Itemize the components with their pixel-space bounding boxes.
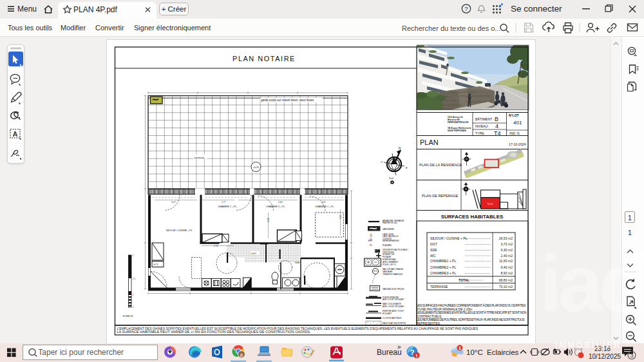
svg-text:RAIDINE W1 Bal: RAIDINE W1 Bal (383, 222, 397, 224)
svg-text:THERMODYNAMIQUE: THERMODYNAMIQUE (383, 273, 402, 276)
svg-text:RFR: RFR (368, 240, 373, 242)
svg-text:0: 0 (133, 306, 134, 309)
svg-text:T4: T4 (494, 130, 501, 137)
svg-text:2,98: 2,98 (267, 218, 270, 222)
svg-text:CHAMBRE3 + PL: CHAMBRE3 + PL (430, 271, 457, 275)
svg-text:8,90 m2: 8,90 m2 (501, 271, 513, 275)
svg-text:5: 5 (133, 254, 134, 257)
svg-text:ECS: ECS (374, 270, 377, 272)
svg-text:DGT: DGT (252, 252, 257, 255)
svg-text:CHAMBRE 3 + PL: CHAMBRE 3 + PL (266, 205, 285, 208)
svg-text:ECS: ECS (337, 269, 341, 271)
svg-text:73,10 m2: 73,10 m2 (499, 285, 513, 289)
svg-text:CLOISON AMOVIBLE: CLOISON AMOVIBLE (383, 317, 402, 319)
svg-text:TERRASSE: TERRASSE (430, 285, 448, 289)
svg-text:AVEC VOLET ROULANT: AVEC VOLET ROULANT (383, 305, 404, 308)
svg-text:66000 PERPIGNAN: 66000 PERPIGNAN (448, 129, 466, 132)
svg-text:PLAN: PLAN (420, 138, 439, 146)
svg-text:PUISAGE: PUISAGE (383, 256, 391, 258)
svg-text:TABLEAU ELECTRIQUE: TABLEAU ELECTRIQUE (383, 288, 404, 291)
svg-text:SEJOUR / CUISINE + PL: SEJOUR / CUISINE + PL (430, 236, 468, 240)
svg-text:PLAN DE REPERAGE: PLAN DE REPERAGE (422, 194, 459, 198)
svg-text:REPRESENTES.: REPRESENTES. (417, 321, 441, 325)
svg-text:4: 4 (495, 123, 498, 129)
svg-text:6,30 m2: 6,30 m2 (501, 248, 513, 252)
svg-text:3,07: 3,07 (171, 201, 176, 204)
svg-text:terrasse: terrasse (194, 156, 205, 159)
svg-text:17-10-2024: 17-10-2024 (509, 142, 526, 146)
svg-text:LA SURFACE HABITABLE PEUT VARI: LA SURFACE HABITABLE PEUT VARIER DE +/-5… (117, 330, 311, 334)
svg-text:FAUX PLAFOND/SOFFITE: FAUX PLAFOND/SOFFITE (383, 322, 406, 325)
svg-text:+0,55: +0,55 (252, 166, 260, 169)
svg-text:2,5: 2,5 (133, 278, 136, 280)
svg-text:SEJOUR / CUISINE + PL: SEJOUR / CUISINE + PL (166, 229, 193, 232)
svg-text:68,80 m2: 68,80 m2 (499, 278, 513, 282)
svg-text:SDE: SDE (430, 248, 437, 252)
svg-text:PARROMATPEGLION: PARROMATPEGLION (448, 121, 469, 124)
svg-text:SDE: SDE (295, 262, 300, 264)
svg-text:TOTAL: TOTAL (459, 278, 470, 282)
svg-text:REFRIGERATEUR: REFRIGERATEUR (383, 240, 399, 242)
svg-text:CHAMBRE2 + PL: CHAMBRE2 + PL (430, 265, 457, 269)
svg-text:CHAMBRE 1 + PL: CHAMBRE 1 + PL (315, 205, 334, 208)
svg-text:N: N (399, 147, 401, 150)
svg-text:T4.01: T4.01 (487, 203, 493, 205)
svg-text:IND: N: IND: N (509, 131, 520, 135)
svg-text:PLAN NOTAIRE: PLAN NOTAIRE (232, 55, 296, 62)
svg-text:NIVEAU:: NIVEAU: (475, 124, 489, 128)
svg-text:JARDINIERE: JARDINIERE (383, 228, 394, 231)
svg-text:3,87: 3,87 (339, 214, 342, 219)
svg-text:1: 1 (133, 294, 134, 296)
svg-text:AVEC VOLET ROULANT: AVEC VOLET ROULANT (383, 298, 404, 301)
svg-text:PL: PL (370, 244, 372, 247)
svg-text:PLAN DE LA RESIDENCE: PLAN DE LA RESIDENCE (419, 163, 462, 167)
svg-text:2,40 m2: 2,40 m2 (501, 254, 513, 258)
svg-text:garde-corps sur relevé béton,: garde-corps sur relevé béton, deux lisse… (261, 99, 314, 102)
svg-text:ROULANT: ROULANT (383, 312, 392, 315)
svg-text:2,77: 2,77 (222, 201, 226, 204)
svg-text:DGT: DGT (430, 242, 437, 246)
svg-text:2,92: 2,92 (321, 201, 326, 204)
svg-text:2,76: 2,76 (214, 245, 218, 247)
svg-text:ECHELLE: ECHELLE (123, 315, 133, 318)
svg-text:CHAMBRE1 + PL: CHAMBRE1 + PL (430, 259, 457, 263)
svg-text:CHAMBRE 2 + PL: CHAMBRE 2 + PL (218, 205, 236, 208)
svg-text:3,70 m2: 3,70 m2 (501, 242, 513, 246)
svg-text:E: E (406, 166, 408, 169)
svg-text:BÂTIMENT :: BÂTIMENT : (475, 117, 494, 121)
svg-text:B: B (495, 116, 498, 122)
svg-text:G.TL: G.TL (153, 263, 158, 266)
svg-text:TYPE:: TYPE: (475, 131, 485, 135)
svg-text:11,60 m2: 11,60 m2 (499, 259, 513, 263)
svg-text:9,40 m2: 9,40 m2 (501, 265, 513, 269)
svg-text:PLACARD: PLACARD (383, 244, 392, 247)
svg-text:WC: WC (430, 254, 436, 258)
svg-text:N°LOT: N°LOT (509, 113, 519, 117)
svg-text:2,84: 2,84 (278, 201, 283, 204)
svg-text:26,50 m2: 26,50 m2 (499, 236, 513, 240)
svg-text:O: O (381, 160, 383, 164)
svg-text:SURFACES HABITABLES: SURFACES HABITABLES (441, 214, 504, 220)
svg-text:401: 401 (513, 120, 522, 126)
svg-text:Sud: Sud (389, 177, 393, 180)
svg-text:POUR L DE T4: POUR L DE T4 (383, 263, 396, 266)
